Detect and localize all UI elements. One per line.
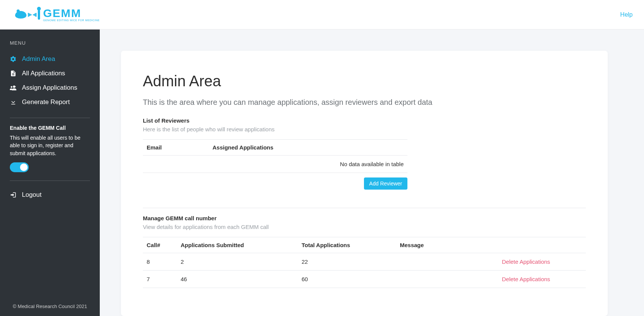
topbar: ⫸⫷ GEMM GENOME EDITING MICE FOR MEDICINE… <box>0 0 644 30</box>
gear-icon <box>10 56 17 62</box>
mouse-icon <box>15 11 26 19</box>
table-header-message[interactable]: Message <box>396 237 498 253</box>
document-icon <box>10 70 17 77</box>
delete-applications-link[interactable]: Delete Applications <box>502 258 550 265</box>
main-content: Admin Area This is the area where you ca… <box>100 30 644 316</box>
cell-message <box>396 253 498 271</box>
table-row: 8 2 22 Delete Applications <box>143 253 586 271</box>
no-data-message: No data available in table <box>143 156 407 173</box>
logout-icon <box>10 191 17 198</box>
reviewers-table: Email Assigned Applications No data avai… <box>143 139 407 173</box>
sidebar-item-label: Admin Area <box>22 55 55 63</box>
sidebar-item-admin-area[interactable]: Admin Area <box>10 52 90 66</box>
calls-section-desc: View details for applications from each … <box>143 224 586 230</box>
enable-call-toggle[interactable] <box>10 162 29 172</box>
calls-table: Call# Applications Submitted Total Appli… <box>143 237 586 288</box>
cell-call: 8 <box>143 253 177 271</box>
sidebar-item-label: Logout <box>22 191 42 199</box>
sidebar: MENU Admin Area All Applications Assign … <box>0 30 100 316</box>
people-plus-icon <box>10 84 17 91</box>
divider <box>10 181 90 181</box>
table-header-email[interactable]: Email <box>143 140 209 156</box>
cell-submitted: 2 <box>177 253 298 271</box>
calls-section-title: Manage GEMM call number <box>143 215 586 221</box>
divider <box>10 118 90 118</box>
footer-text: © Medical Research Council 2021 <box>0 304 100 309</box>
toggle-description: This will enable all users to be able to… <box>10 134 90 157</box>
table-header-total[interactable]: Total Applications <box>298 237 396 253</box>
section-divider <box>143 208 586 208</box>
logo-text-sub: GENOME EDITING MICE FOR MEDICINE <box>43 19 100 22</box>
nav-list: Admin Area All Applications Assign Appli… <box>10 52 90 109</box>
sidebar-item-assign-applications[interactable]: Assign Applications <box>10 81 90 95</box>
sidebar-item-all-applications[interactable]: All Applications <box>10 66 90 81</box>
add-reviewer-button[interactable]: Add Reviewer <box>364 177 407 190</box>
reviewers-section-desc: Here is the list of people who will revi… <box>143 126 586 132</box>
table-header-assigned[interactable]: Assigned Applications <box>209 140 407 156</box>
toggle-section: Enable the GEMM Call This will enable al… <box>10 125 90 172</box>
menu-heading: MENU <box>10 40 90 46</box>
logo-graphic: ⫸⫷ <box>15 10 40 20</box>
download-icon <box>10 99 17 106</box>
toggle-knob <box>20 163 28 171</box>
sidebar-item-label: All Applications <box>22 70 65 77</box>
table-header-call[interactable]: Call# <box>143 237 177 253</box>
page-title: Admin Area <box>143 73 586 90</box>
logo-text-main: GEMM <box>43 8 100 19</box>
cell-submitted: 46 <box>177 271 298 288</box>
sidebar-item-generate-report[interactable]: Generate Report <box>10 95 90 109</box>
sidebar-item-label: Assign Applications <box>22 84 77 92</box>
cell-total: 60 <box>298 271 396 288</box>
table-row: 7 46 60 Delete Applications <box>143 271 586 288</box>
sidebar-item-label: Generate Report <box>22 98 70 106</box>
table-header-actions <box>498 237 586 253</box>
cell-total: 22 <box>298 253 396 271</box>
content-card: Admin Area This is the area where you ca… <box>121 51 608 316</box>
logo[interactable]: ⫸⫷ GEMM GENOME EDITING MICE FOR MEDICINE <box>15 8 100 22</box>
cell-call: 7 <box>143 271 177 288</box>
page-subtitle: This is the area where you can manage ap… <box>143 98 586 107</box>
delete-applications-link[interactable]: Delete Applications <box>502 276 550 282</box>
toggle-title: Enable the GEMM Call <box>10 125 90 131</box>
reviewers-section-title: List of Reviewers <box>143 117 586 124</box>
dna-icon: ⫸⫷ <box>27 12 37 18</box>
table-header-submitted[interactable]: Applications Submitted <box>177 237 298 253</box>
help-link[interactable]: Help <box>620 11 633 18</box>
sidebar-item-logout[interactable]: Logout <box>10 188 90 202</box>
cell-message <box>396 271 498 288</box>
person-icon <box>38 10 40 20</box>
